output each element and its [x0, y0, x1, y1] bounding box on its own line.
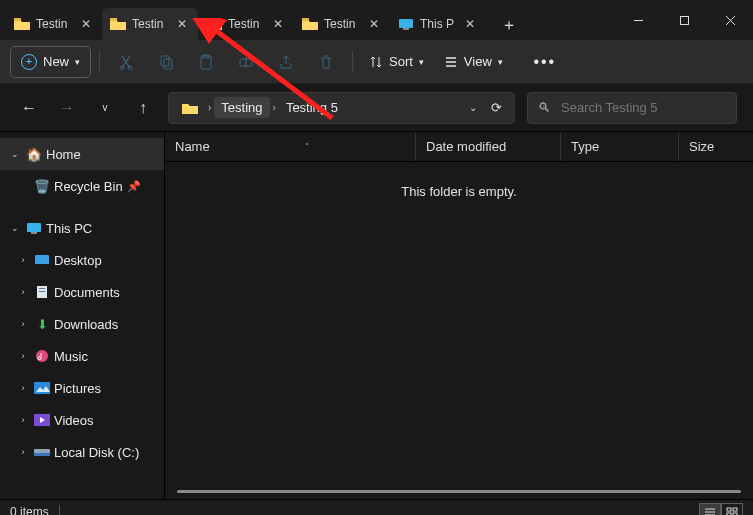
up-button[interactable]: ↑ [130, 95, 156, 121]
close-icon[interactable]: ✕ [270, 17, 286, 31]
column-date-modified[interactable]: Date modified [415, 132, 560, 161]
tab-0[interactable]: Testin ✕ [6, 8, 102, 40]
content-pane[interactable]: Name ˄ Date modified Type Size This fold… [165, 132, 753, 499]
folder-icon [110, 18, 126, 30]
tree-this-pc[interactable]: ⌄ This PC [0, 212, 164, 244]
tree-local-disk-c[interactable]: › Local Disk (C:) [0, 436, 164, 468]
column-label: Type [571, 139, 599, 154]
tab-2[interactable]: Testin ✕ [198, 8, 294, 40]
minimize-button[interactable] [615, 0, 661, 40]
desktop-icon [32, 254, 52, 266]
chevron-right-icon[interactable]: › [14, 447, 32, 457]
breadcrumb-dropdown-button[interactable]: ⌄ [469, 102, 477, 113]
tab-1[interactable]: Testin ✕ [102, 8, 198, 40]
tree-label: Recycle Bin [54, 179, 123, 194]
close-icon[interactable]: ✕ [174, 17, 190, 31]
chevron-down-icon[interactable]: ⌄ [6, 149, 24, 159]
more-icon: ••• [533, 53, 556, 71]
paste-button[interactable] [188, 46, 224, 78]
tree-label: Music [54, 349, 88, 364]
search-input[interactable] [561, 100, 726, 115]
view-icon [444, 55, 458, 69]
svg-rect-16 [161, 56, 169, 66]
recycle-bin-icon: 🗑️ [32, 179, 52, 194]
close-window-button[interactable] [707, 0, 753, 40]
close-icon[interactable]: ✕ [462, 17, 478, 31]
refresh-button[interactable]: ⟳ [491, 100, 502, 115]
home-icon: 🏠 [24, 147, 44, 162]
details-view-button[interactable] [699, 503, 721, 516]
thumbnails-view-button[interactable] [721, 503, 743, 516]
folder-icon [14, 18, 30, 30]
chevron-right-icon[interactable]: › [14, 415, 32, 425]
svg-rect-24 [31, 232, 37, 234]
svg-rect-36 [727, 508, 731, 511]
svg-rect-27 [39, 288, 45, 289]
breadcrumb-segment-1[interactable]: Testing 5 [279, 97, 345, 118]
tree-music[interactable]: › Music [0, 340, 164, 372]
sort-label: Sort [389, 54, 413, 69]
tree-videos[interactable]: › Videos [0, 404, 164, 436]
cut-button[interactable] [108, 46, 144, 78]
tree-recycle-bin[interactable]: 🗑️ Recycle Bin 📌 [0, 170, 164, 202]
chevron-right-icon[interactable]: › [14, 351, 32, 361]
tab-4[interactable]: This P ✕ [390, 8, 486, 40]
svg-point-29 [36, 350, 48, 362]
close-icon[interactable]: ✕ [78, 17, 94, 31]
chevron-right-icon[interactable]: › [14, 383, 32, 393]
chevron-right-icon[interactable]: › [14, 287, 32, 297]
navigation-pane[interactable]: ⌄ 🏠 Home 🗑️ Recycle Bin 📌 ⌄ This PC › De… [0, 132, 165, 499]
title-bar: Testin ✕ Testin ✕ Testin ✕ Testin ✕ [0, 0, 753, 40]
back-button[interactable]: ← [16, 95, 42, 121]
breadcrumb[interactable]: › Testing › Testing 5 ⌄ ⟳ [168, 92, 515, 124]
maximize-button[interactable] [661, 0, 707, 40]
new-button[interactable]: + New ▾ [10, 46, 91, 78]
close-icon[interactable]: ✕ [366, 17, 382, 31]
divider [352, 51, 353, 73]
share-button[interactable] [268, 46, 304, 78]
delete-button[interactable] [308, 46, 344, 78]
chevron-down-icon: ▾ [419, 57, 424, 67]
tree-downloads[interactable]: › ⬇ Downloads [0, 308, 164, 340]
tree-pictures[interactable]: › Pictures [0, 372, 164, 404]
column-headers: Name ˄ Date modified Type Size [165, 132, 753, 162]
new-tab-button[interactable]: ＋ [494, 10, 524, 40]
chevron-down-icon: ▾ [498, 57, 503, 67]
column-type[interactable]: Type [560, 132, 678, 161]
tree-label: Desktop [54, 253, 102, 268]
tree-desktop[interactable]: › Desktop [0, 244, 164, 276]
overflow-button[interactable]: ••• [527, 46, 563, 78]
divider [99, 51, 100, 73]
tab-3[interactable]: Testin ✕ [294, 8, 390, 40]
chevron-right-icon[interactable]: › [14, 255, 32, 265]
tree-home[interactable]: ⌄ 🏠 Home [0, 138, 164, 170]
tree-documents[interactable]: › Documents [0, 276, 164, 308]
horizontal-scrollbar[interactable] [177, 490, 741, 493]
svg-rect-37 [733, 508, 737, 511]
paste-icon [198, 54, 214, 70]
column-label: Size [689, 139, 714, 154]
breadcrumb-root-icon[interactable] [175, 99, 205, 117]
rename-button[interactable] [228, 46, 264, 78]
details-view-icon [704, 507, 716, 516]
svg-rect-30 [34, 382, 50, 394]
chevron-right-icon[interactable]: › [14, 319, 32, 329]
chevron-right-icon[interactable]: › [205, 102, 214, 113]
search-box[interactable]: 🔍︎ [527, 92, 737, 124]
svg-marker-22 [182, 104, 198, 114]
svg-rect-11 [680, 16, 688, 24]
sort-button[interactable]: Sort ▾ [361, 46, 432, 78]
breadcrumb-segment-0[interactable]: Testing [214, 97, 269, 118]
thumbnails-view-icon [726, 507, 738, 516]
view-button[interactable]: View ▾ [436, 46, 511, 78]
tab-label: Testin [132, 17, 174, 31]
chevron-right-icon[interactable]: › [270, 102, 279, 113]
copy-button[interactable] [148, 46, 184, 78]
forward-button[interactable]: → [54, 95, 80, 121]
window-controls [615, 0, 753, 40]
recent-locations-button[interactable]: v [92, 95, 118, 121]
column-name[interactable]: Name ˄ [165, 132, 415, 161]
column-size[interactable]: Size [678, 132, 753, 161]
chevron-down-icon[interactable]: ⌄ [6, 223, 24, 233]
drive-icon [32, 447, 52, 457]
